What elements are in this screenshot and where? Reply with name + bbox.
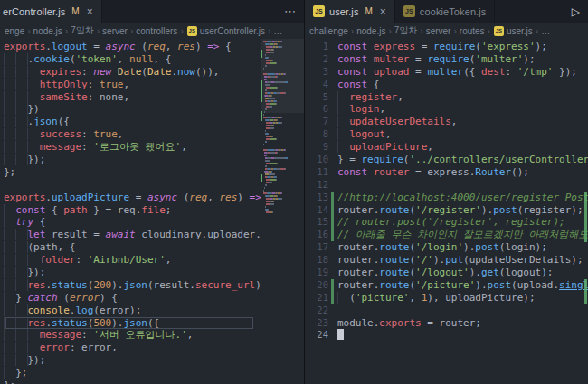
tab-user-js[interactable]: JS user.js M × [305,0,395,23]
code-line[interactable]: }; [4,166,259,179]
code-line[interactable]: 20router.route('/picture').post(upload.s… [305,279,588,292]
breadcrumb-file[interactable]: user.js [506,26,534,36]
line-number[interactable]: 15 [305,216,328,229]
code-line[interactable]: 21 ('picture', 1), uploadPicture); [305,292,588,304]
breadcrumb-item[interactable]: node.js [356,26,386,36]
code-line[interactable]: message: '서버 오류입니다.', [4,329,259,342]
breadcrumb-item[interactable]: server [425,26,452,36]
code-line[interactable]: 10} = require('../controllers/userContro… [305,154,588,166]
code-line[interactable]: 4const { [305,79,588,91]
breadcrumb-item[interactable]: controllers [135,26,178,36]
code-line[interactable]: const { path } = req.file; [4,204,259,217]
code-line[interactable]: } catch (error) { [4,292,259,304]
code-line[interactable]: 2const multer = require('multer'); [305,53,588,66]
line-number[interactable]: 5 [305,91,328,104]
breadcrumb-item[interactable]: challenge [308,26,349,36]
line-number[interactable]: 20 [305,279,328,292]
code-line[interactable]: error: error, [4,342,259,354]
code-line[interactable]: 8 logout, [305,128,588,141]
breadcrumb-item[interactable]: server [101,26,128,36]
line-number[interactable]: 12 [305,179,328,192]
breadcrumb-symbol[interactable]: … [540,26,551,36]
close-tab-icon[interactable]: × [380,6,386,17]
code-line[interactable]: }); [4,354,259,367]
run-button[interactable]: ▷ [564,0,588,23]
code-line[interactable]: 14router.route('/register').post(registe… [305,204,588,217]
line-number[interactable]: 19 [305,267,328,279]
code-line[interactable]: 22 [305,304,588,317]
code-line[interactable] [4,179,259,192]
code-line[interactable]: httpOnly: true, [4,79,259,91]
code-line[interactable]: 17router.route('/login').post(login); [305,241,588,254]
line-number[interactable]: 1 [305,41,328,53]
line-number[interactable]: 21 [305,292,328,304]
code-line[interactable]: 12 [305,179,588,192]
code-line[interactable]: .json({ [4,116,259,128]
line-number[interactable]: 9 [305,141,328,154]
more-actions-icon[interactable]: ⋯ [276,0,304,23]
code-line[interactable]: try { [4,216,259,229]
line-number[interactable]: 13 [305,192,328,204]
line-number[interactable]: 11 [305,166,328,179]
line-number[interactable]: 18 [305,254,328,267]
code-line[interactable]: res.status(500).json({ [4,317,259,330]
code-line[interactable]: }; [4,379,259,384]
tab-cookietoken-js[interactable]: JS cookieToken.js [395,0,496,23]
code-line[interactable]: 18router.route('/').put(updateUserDetail… [305,254,588,267]
breadcrumb-item[interactable]: routes [459,26,486,36]
code-line[interactable]: 7 updateUserDetails, [305,116,588,128]
breadcrumb-item[interactable]: enge [4,26,25,36]
line-number[interactable]: 6 [305,103,328,116]
code-line[interactable]: sameSite: none, [4,91,259,104]
code-line[interactable]: 3const upload = multer({ dest: '/tmp' })… [305,66,588,79]
code-line[interactable]: (path, { [4,241,259,254]
code-line[interactable]: folder: 'Airbnb/User', [4,254,259,267]
line-number[interactable]: 10 [305,154,328,166]
code-line[interactable]: .cookie('token', null, { [4,53,259,66]
line-number[interactable]: 8 [305,128,328,141]
code-line[interactable]: 9 uploadPicture, [305,141,588,154]
code-line[interactable]: 11const router = express.Router(); [305,166,588,179]
code-line[interactable]: }); [4,154,259,166]
minimap[interactable] [261,39,304,384]
code-line[interactable]: expires: new Date(Date.now()), [4,66,259,79]
code-line[interactable]: 19router.route('/logout').get(logout); [305,267,588,279]
code-line[interactable]: }; [4,367,259,379]
code-line[interactable]: }); [4,267,259,279]
code-line[interactable]: 23module.exports = router; [305,317,588,330]
line-number[interactable]: 17 [305,241,328,254]
code-line[interactable]: exports.uploadPicture = async (req, res)… [4,192,259,204]
tab-usercontroller-js[interactable]: erController.js M × [0,0,102,23]
line-number[interactable]: 2 [305,53,328,66]
code-line[interactable]: 16// 아래줄 무슨 차이인지 잘모르겠지만 아래처럼해도 똑같이 동작함 [305,229,588,241]
code-line[interactable]: success: true, [4,128,259,141]
line-number[interactable]: 14 [305,204,328,217]
code-line[interactable]: exports.logout = async (req, res) => { [4,41,259,53]
line-number[interactable]: 22 [305,304,328,317]
line-number[interactable]: 23 [305,317,328,330]
code-line[interactable]: let result = await cloudinary.uploader.u… [4,229,259,241]
line-number[interactable]: 4 [305,79,328,91]
line-number[interactable]: 16 [305,229,328,241]
code-line[interactable]: }) [4,103,259,116]
breadcrumb-item[interactable]: 7일차 [394,24,419,37]
breadcrumb-symbol[interactable]: … [272,26,283,36]
code-line[interactable]: console.log(error); [4,304,259,317]
code-line[interactable]: 1const express = require('express'); [305,41,588,53]
code-line[interactable]: res.status(200).json(result.secure_url); [4,279,259,292]
line-number[interactable]: 3 [305,66,328,79]
code-line[interactable]: message: '로그아웃 됐어요', [4,141,259,154]
breadcrumb-file[interactable]: userController.js [199,26,266,36]
code-token: router. [337,241,379,253]
line-number[interactable]: 24 [305,329,328,342]
code-line[interactable]: 6 login, [305,103,588,116]
close-tab-icon[interactable]: × [87,6,93,17]
breadcrumb-item[interactable]: 7일차 [70,24,95,37]
line-number[interactable]: 7 [305,116,328,128]
code-line[interactable]: 5 register, [305,91,588,104]
breadcrumb-item[interactable]: node.js [33,26,63,36]
code-line[interactable]: 24 [305,329,588,342]
code-line[interactable]: 15// router.post('/register', register); [305,216,588,229]
code-line[interactable]: 13//http://localhost:4000/user/register … [305,192,588,204]
minimap-line [263,60,302,61]
